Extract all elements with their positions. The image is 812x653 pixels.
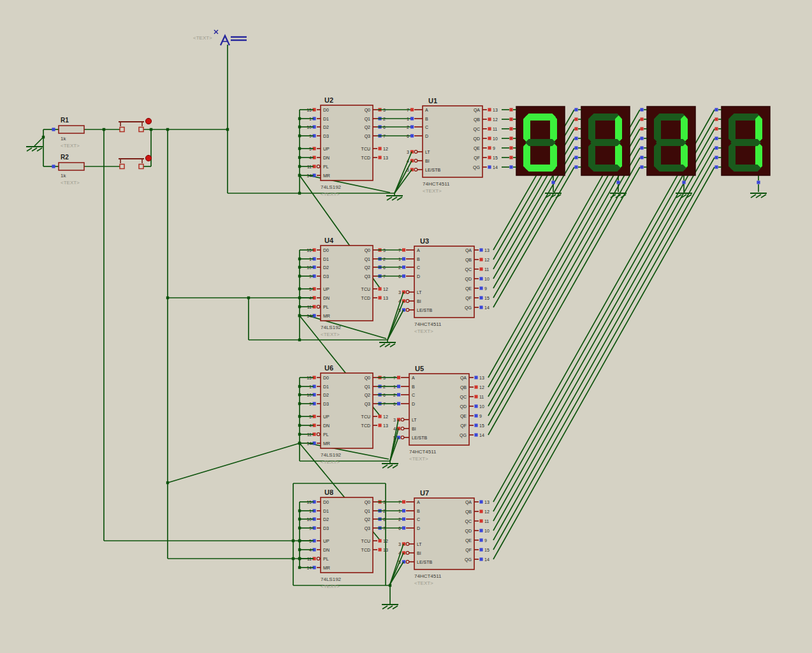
pin-state-square bbox=[509, 108, 512, 111]
pin-state-square bbox=[474, 414, 477, 417]
segment-G bbox=[590, 139, 621, 146]
pin-state-square bbox=[640, 165, 643, 168]
pin-state-square bbox=[509, 156, 512, 159]
inversion-bubble bbox=[406, 561, 409, 564]
pin-name: D2 bbox=[323, 125, 329, 129]
junction-dot bbox=[298, 135, 301, 137]
resistor-value: 1k bbox=[61, 136, 66, 142]
pin-state-square bbox=[474, 376, 477, 379]
clock-source[interactable]: <TEXT> bbox=[193, 30, 247, 45]
pin-name: TCU bbox=[361, 539, 370, 543]
decoder-u7[interactable]: 7A1B2C6D3LT4BI5LE/STB13QA12QB11QC10QD9QE… bbox=[398, 489, 489, 586]
junction-dot bbox=[298, 339, 301, 341]
chip-text-label: <TEXT> bbox=[414, 580, 433, 586]
pin-state-square bbox=[479, 296, 482, 299]
segment-F bbox=[729, 115, 736, 142]
resistor-body[interactable] bbox=[59, 163, 84, 170]
seven-segment-display-4[interactable] bbox=[721, 106, 770, 175]
junction-dot bbox=[298, 557, 301, 560]
inversion-bubble bbox=[401, 418, 404, 422]
pin-state-square bbox=[474, 404, 477, 407]
resistor-r1[interactable]: R11k<TEXT> bbox=[52, 117, 84, 149]
inversion-bubble bbox=[414, 150, 417, 154]
inversion-bubble bbox=[317, 305, 320, 309]
inversion-bubble bbox=[406, 543, 409, 546]
wire bbox=[493, 129, 714, 521]
pin-state-square bbox=[682, 180, 685, 184]
decoder-u1[interactable]: 7A1B2C6D3LT4BI5LE/STB13QA12QB11QC10QD9QE… bbox=[407, 97, 498, 194]
pin-state-square bbox=[378, 423, 381, 427]
pin-state-square bbox=[509, 136, 512, 140]
pin-name: QC bbox=[465, 519, 472, 524]
pin-name: D1 bbox=[323, 509, 329, 513]
junction-dot bbox=[298, 305, 301, 308]
junction-dot bbox=[292, 539, 294, 542]
seven-segment-display-2[interactable] bbox=[581, 106, 630, 175]
pin-state-square bbox=[378, 548, 381, 551]
chip-ref: U2 bbox=[324, 96, 333, 104]
pin-state-square bbox=[574, 165, 577, 168]
pin-number: 10 bbox=[484, 529, 489, 533]
pin-name: B bbox=[417, 509, 420, 513]
button-actuator[interactable] bbox=[145, 118, 151, 124]
pin-name: QC bbox=[465, 267, 472, 272]
pin-name: UP bbox=[323, 287, 330, 291]
inversion-bubble bbox=[317, 557, 320, 561]
resistor-body[interactable] bbox=[59, 126, 84, 133]
pin-number: 10 bbox=[493, 136, 498, 141]
pin-number: 11 bbox=[484, 519, 489, 524]
pin-number: 12 bbox=[479, 385, 484, 390]
pin-state-square bbox=[640, 127, 643, 130]
wire bbox=[395, 161, 412, 193]
pin-name: TCU bbox=[361, 147, 370, 151]
chip-part: 74LS192 bbox=[321, 576, 342, 582]
resistor-ref: R2 bbox=[61, 154, 69, 161]
pin-name: D3 bbox=[323, 526, 329, 531]
counter-u6[interactable]: U674LS192<TEXT>15D01D110D29D35UP4DN11PL1… bbox=[307, 364, 388, 465]
pin-number: 15 bbox=[493, 156, 498, 160]
segment-G bbox=[730, 139, 761, 146]
pin-state-square bbox=[714, 117, 718, 121]
pin-name: D0 bbox=[323, 108, 329, 112]
pin-name: B bbox=[417, 257, 420, 261]
decoder-u3[interactable]: 7A1B2C6D3LT4BI5LE/STB13QA12QB11QC10QD9QE… bbox=[398, 237, 489, 334]
pin-name: TCU bbox=[361, 287, 370, 291]
pin-state-square bbox=[574, 117, 577, 121]
pin-name: QC bbox=[460, 395, 467, 400]
counter-u4[interactable]: U474LS192<TEXT>15D01D110D29D35UP4DN11PL1… bbox=[307, 237, 388, 337]
pin-name: C bbox=[425, 125, 428, 129]
junction-dot bbox=[298, 442, 301, 444]
pin-name: D3 bbox=[323, 402, 329, 406]
junction-dot bbox=[150, 128, 152, 131]
pin-name: LT bbox=[425, 150, 430, 154]
pin-state-square bbox=[402, 500, 405, 503]
pin-state-square bbox=[52, 128, 55, 131]
pin-number: 12 bbox=[383, 147, 388, 151]
wire bbox=[493, 167, 714, 559]
pin-state-square bbox=[509, 117, 512, 121]
inversion-bubble bbox=[406, 291, 409, 294]
pin-name: TCD bbox=[361, 296, 370, 300]
resistor-r2[interactable]: R21k<TEXT> bbox=[52, 154, 84, 186]
chip-part: 74LS192 bbox=[321, 325, 342, 330]
counter-u8[interactable]: U874LS192<TEXT>15D01D110D29D35UP4DN11PL1… bbox=[307, 488, 388, 589]
segment-F bbox=[523, 115, 530, 142]
inversion-bubble bbox=[401, 436, 404, 439]
seven-segment-display-3[interactable] bbox=[647, 106, 695, 175]
button-actuator[interactable] bbox=[145, 155, 151, 161]
pin-number: 13 bbox=[479, 376, 484, 380]
junction-dot bbox=[298, 288, 301, 290]
pin-name: MR bbox=[323, 441, 330, 446]
decoder-u5[interactable]: 7A1B2C6D3LT4BI5LE/STB13QA12QB11QC10QD9QE… bbox=[393, 365, 484, 462]
junction-dot bbox=[298, 147, 301, 150]
pin-state-square bbox=[378, 147, 381, 150]
wire bbox=[493, 119, 714, 511]
counter-u2[interactable]: U274LS192<TEXT>15D01D110D29D35UP4DN11PL1… bbox=[307, 96, 388, 197]
pin-name: QB bbox=[465, 510, 472, 515]
pin-name: D bbox=[412, 402, 415, 406]
pin-name: Q0 bbox=[365, 108, 370, 113]
seven-segment-display-1[interactable] bbox=[516, 106, 565, 175]
ground-symbol bbox=[26, 147, 43, 151]
pin-name: D1 bbox=[323, 385, 329, 389]
junction-dot bbox=[298, 266, 301, 268]
